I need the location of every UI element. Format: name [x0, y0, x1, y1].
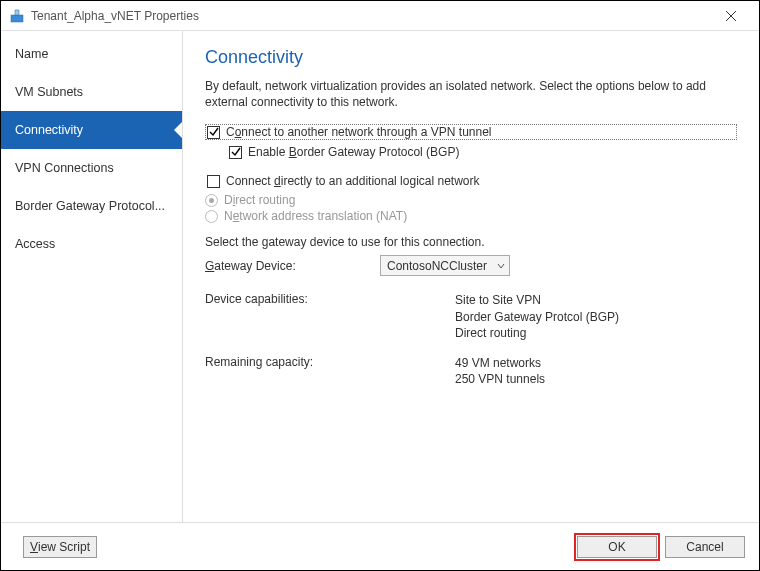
page-description: By default, network virtualization provi… [205, 78, 737, 110]
close-button[interactable] [711, 2, 751, 30]
sidebar: Name VM Subnets Connectivity VPN Connect… [1, 31, 183, 522]
cancel-button[interactable]: Cancel [665, 536, 745, 558]
connectivity-panel: Connectivity By default, network virtual… [183, 31, 759, 522]
direct-routing-label: Direct routing [224, 193, 295, 207]
radio-icon [205, 210, 218, 223]
direct-routing-radio[interactable]: Direct routing [205, 193, 737, 207]
checkbox-icon [229, 146, 242, 159]
connect-directly-checkbox[interactable]: Connect directly to an additional logica… [205, 173, 737, 189]
enable-bgp-checkbox[interactable]: Enable Border Gateway Protocol (BGP) [227, 144, 737, 160]
sidebar-item-bgp[interactable]: Border Gateway Protocol... [1, 187, 182, 225]
remaining-capacity-row: Remaining capacity: 49 VM networks 250 V… [205, 355, 737, 387]
sidebar-item-connectivity[interactable]: Connectivity [1, 111, 182, 149]
footer: View Script OK Cancel [1, 522, 759, 570]
device-capabilities-label: Device capabilities: [205, 292, 455, 341]
close-icon [726, 11, 736, 21]
radio-icon [205, 194, 218, 207]
gateway-device-label: Gateway Device: [205, 259, 380, 273]
nat-label: Network address translation (NAT) [224, 209, 407, 223]
remaining-capacity-value: 49 VM networks 250 VPN tunnels [455, 355, 545, 387]
checkbox-icon [207, 175, 220, 188]
vpn-tunnel-label: Connect to another network through a VPN… [226, 125, 492, 139]
window-title: Tenant_Alpha_vNET Properties [31, 9, 711, 23]
sidebar-item-vpn-connections[interactable]: VPN Connections [1, 149, 182, 187]
svg-rect-0 [11, 15, 23, 22]
gateway-device-row: Gateway Device: ContosoNCCluster [205, 255, 737, 276]
view-script-button[interactable]: View Script [23, 536, 97, 558]
sidebar-item-name[interactable]: Name [1, 35, 182, 73]
device-capabilities-row: Device capabilities: Site to Site VPN Bo… [205, 292, 737, 341]
remaining-capacity-label: Remaining capacity: [205, 355, 455, 387]
vpn-tunnel-checkbox[interactable]: Connect to another network through a VPN… [205, 124, 737, 140]
app-icon [9, 8, 25, 24]
sidebar-item-vm-subnets[interactable]: VM Subnets [1, 73, 182, 111]
page-title: Connectivity [205, 47, 737, 68]
gateway-device-dropdown[interactable]: ContosoNCCluster [380, 255, 510, 276]
device-capabilities-value: Site to Site VPN Border Gateway Protcol … [455, 292, 619, 341]
gateway-device-value: ContosoNCCluster [387, 259, 487, 273]
chevron-down-icon [497, 259, 505, 273]
content-area: Name VM Subnets Connectivity VPN Connect… [1, 31, 759, 522]
titlebar: Tenant_Alpha_vNET Properties [1, 1, 759, 31]
checkbox-icon [207, 126, 220, 139]
gateway-prompt: Select the gateway device to use for thi… [205, 235, 737, 249]
nat-radio[interactable]: Network address translation (NAT) [205, 209, 737, 223]
sidebar-item-access[interactable]: Access [1, 225, 182, 263]
connect-directly-label: Connect directly to an additional logica… [226, 174, 480, 188]
enable-bgp-label: Enable Border Gateway Protocol (BGP) [248, 145, 459, 159]
ok-button[interactable]: OK [577, 536, 657, 558]
svg-rect-1 [15, 10, 19, 15]
